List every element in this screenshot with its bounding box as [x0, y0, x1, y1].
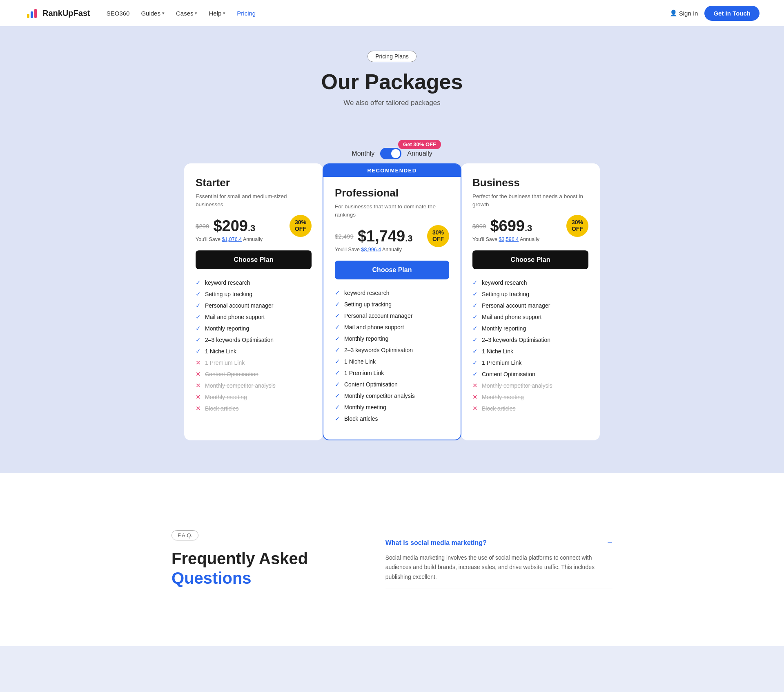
nav-guides[interactable]: Guides ▾	[141, 10, 165, 17]
check-icon: ✓	[196, 336, 201, 344]
prof-feat-11: ✓Block articles	[335, 415, 449, 422]
starter-old-price: $299	[196, 223, 209, 230]
biz-feat-9: ✕Monthly competitor analysis	[472, 382, 588, 389]
cards-section: Monthly Annually Get 30% OFF Starter Ess…	[0, 123, 784, 473]
prof-feat-2: ✓Personal account manager	[335, 312, 449, 319]
hero-section: Pricing Plans Our Packages We also offer…	[0, 26, 784, 123]
nav-pricing[interactable]: Pricing	[237, 10, 256, 17]
starter-choose-btn[interactable]: Choose Plan	[196, 250, 312, 269]
toggle-knob	[391, 149, 400, 158]
check-icon: ✓	[196, 325, 201, 332]
biz-feat-7: ✓1 Premium Link	[472, 359, 588, 366]
starter-feat-9: ✕Monthly competitor analysis	[196, 382, 312, 389]
professional-plan-name: Professional	[335, 187, 449, 199]
logo[interactable]: RankUpFast	[24, 6, 90, 20]
x-icon: ✕	[196, 359, 201, 366]
business-save-line: You'll Save $3,596.4 Annually	[472, 237, 588, 242]
discount-badge: Get 30% OFF	[398, 140, 441, 149]
check-icon: ✓	[196, 290, 201, 298]
business-plan-card: Business Perfect for the business that n…	[461, 163, 600, 440]
check-icon: ✓	[335, 301, 340, 308]
check-icon: ✓	[335, 415, 340, 422]
starter-feat-2: ✓Personal account manager	[196, 302, 312, 309]
professional-off-badge: 30%OFF	[427, 225, 449, 247]
starter-plan-name: Starter	[196, 176, 312, 189]
starter-feat-8: ✕Content Optimisation	[196, 371, 312, 378]
guides-chevron-icon: ▾	[162, 11, 165, 16]
starter-features: ✓keyword research ✓Setting up tracking ✓…	[196, 279, 312, 412]
starter-save-line: You'll Save $1,076.4 Annually	[196, 237, 312, 242]
professional-old-price: $2,499	[335, 233, 354, 240]
faq-question-0[interactable]: What is social media marketing? −	[385, 530, 612, 553]
prof-feat-0: ✓keyword research	[335, 289, 449, 297]
faq-left: F.A.Q. Frequently Asked Questions	[172, 530, 361, 589]
faq-collapse-icon[interactable]: −	[607, 538, 612, 548]
nav-help[interactable]: Help ▾	[209, 10, 225, 17]
page-title: Our Packages	[8, 69, 776, 94]
business-old-price: $999	[472, 223, 486, 230]
sign-in-button[interactable]: 👤 Sign In	[670, 9, 698, 17]
prof-feat-6: ✓1 Niche Link	[335, 358, 449, 365]
business-off-badge: 30%OFF	[566, 215, 588, 237]
prof-feat-4: ✓Monthly reporting	[335, 335, 449, 342]
starter-feat-6: ✓1 Niche Link	[196, 348, 312, 355]
x-icon: ✕	[196, 382, 201, 389]
starter-plan-card: Starter Essential for small and medium-s…	[184, 163, 323, 440]
biz-feat-11: ✕Block articles	[472, 405, 588, 412]
professional-save-line: You'll Save $8,996.4 Annually	[335, 247, 449, 252]
check-icon: ✓	[335, 358, 340, 365]
biz-feat-3: ✓Mail and phone support	[472, 313, 588, 321]
business-price-row: $999 $699.3 30%OFF	[472, 217, 588, 235]
pricing-badge: Pricing Plans	[368, 51, 416, 62]
starter-feat-0: ✓keyword research	[196, 279, 312, 286]
professional-new-price: $1,749.3	[358, 228, 413, 245]
check-icon: ✓	[196, 348, 201, 355]
check-icon: ✓	[472, 359, 478, 366]
biz-feat-5: ✓2–3 keywords Optimisation	[472, 336, 588, 344]
biz-feat-6: ✓1 Niche Link	[472, 348, 588, 355]
monthly-label: Monthly	[352, 150, 374, 157]
business-choose-btn[interactable]: Choose Plan	[472, 250, 588, 269]
nav-seo360[interactable]: SEO360	[107, 10, 130, 17]
check-icon: ✓	[335, 289, 340, 297]
check-icon: ✓	[335, 404, 340, 411]
check-icon: ✓	[472, 313, 478, 321]
faq-item-0: What is social media marketing? − Social…	[385, 530, 612, 589]
check-icon: ✓	[335, 369, 340, 377]
business-plan-desc: Perfect for the business that needs a bo…	[472, 192, 588, 209]
starter-price-row: $299 $209.3 30%OFF	[196, 217, 312, 235]
svg-rect-3	[34, 9, 37, 18]
annually-label: Annually	[407, 150, 432, 157]
get-in-touch-button[interactable]: Get In Touch	[704, 6, 760, 21]
starter-feat-10: ✕Monthly meeting	[196, 393, 312, 401]
starter-feat-1: ✓Setting up tracking	[196, 290, 312, 298]
svg-rect-2	[31, 11, 33, 18]
faq-badge: F.A.Q.	[172, 530, 198, 540]
nav-links: SEO360 Guides ▾ Cases ▾ Help ▾ Pricing	[107, 10, 670, 17]
faq-title: Frequently Asked Questions	[172, 549, 361, 588]
check-icon: ✓	[472, 325, 478, 332]
check-icon: ✓	[196, 279, 201, 286]
x-icon: ✕	[196, 405, 201, 412]
billing-toggle[interactable]	[380, 148, 401, 159]
prof-feat-3: ✓Mail and phone support	[335, 324, 449, 331]
biz-feat-8: ✓Content Optimisation	[472, 371, 588, 378]
prof-feat-8: ✓Content Optimisation	[335, 381, 449, 388]
x-icon: ✕	[472, 405, 478, 412]
navbar: RankUpFast SEO360 Guides ▾ Cases ▾ Help …	[0, 0, 784, 26]
prof-feat-1: ✓Setting up tracking	[335, 301, 449, 308]
check-icon: ✓	[472, 348, 478, 355]
professional-choose-btn[interactable]: Choose Plan	[335, 261, 449, 279]
check-icon: ✓	[472, 336, 478, 344]
starter-new-price: $209.3	[213, 217, 255, 235]
business-plan-name: Business	[472, 176, 588, 189]
professional-plan-desc: For businesses that want to dominate the…	[335, 203, 449, 219]
svg-rect-1	[27, 14, 29, 18]
check-icon: ✓	[472, 371, 478, 378]
nav-cases[interactable]: Cases ▾	[176, 10, 198, 17]
prof-feat-10: ✓Monthly meeting	[335, 404, 449, 411]
faq-title-blue: Questions	[172, 569, 252, 587]
check-icon: ✓	[472, 302, 478, 309]
help-chevron-icon: ▾	[223, 11, 225, 16]
faq-section: F.A.Q. Frequently Asked Questions What i…	[147, 502, 637, 618]
